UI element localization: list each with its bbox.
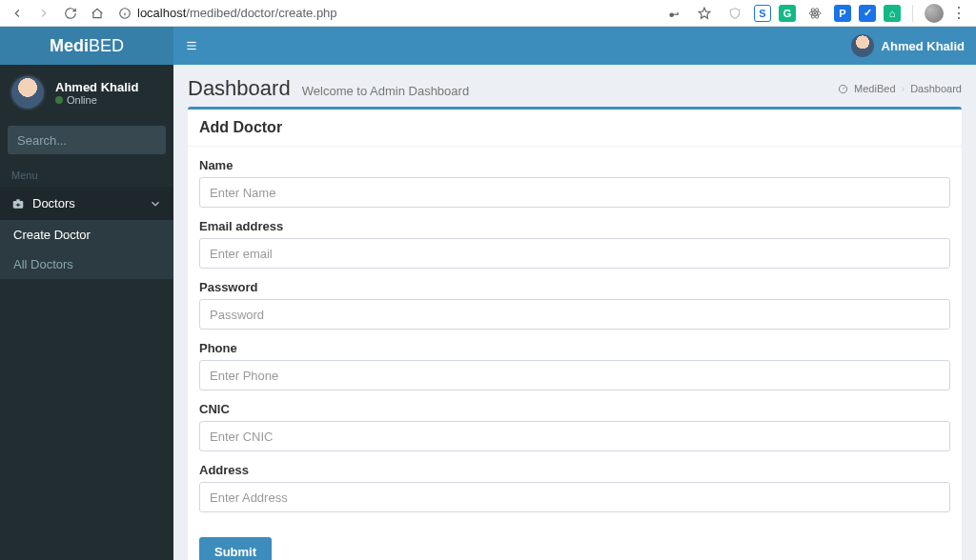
key-icon[interactable] (662, 2, 685, 25)
breadcrumb-leaf: Dashboard (910, 83, 962, 94)
site-info-icon[interactable] (118, 7, 132, 20)
extension-icon-blue[interactable]: S (754, 5, 771, 22)
topbar: Ahmed Khalid (173, 27, 976, 65)
profile-avatar-icon[interactable] (925, 4, 944, 23)
label-cnic: CNIC (199, 402, 950, 416)
page-title: Dashboard Welcome to Admin Dashboard (188, 76, 469, 101)
search-input[interactable] (8, 133, 187, 148)
label-phone: Phone (199, 341, 950, 355)
chrome-menu-button[interactable]: ⋮ (951, 4, 966, 22)
chrome-divider (912, 5, 913, 22)
input-name[interactable] (199, 177, 950, 208)
brand-logo[interactable]: MediBED (0, 27, 173, 65)
extension-react-icon[interactable] (803, 2, 826, 25)
extension-grammarly-icon[interactable]: G (779, 5, 796, 22)
chevron-down-icon (149, 197, 162, 210)
url-host: localhost (137, 6, 186, 20)
input-address[interactable] (199, 482, 950, 512)
svg-rect-5 (678, 11, 679, 14)
sidebar-user-panel: Ahmed Khalid Online (0, 65, 173, 120)
sidebar-item-doctors[interactable]: Doctors (0, 187, 173, 220)
extension-chat-icon[interactable]: ⌂ (884, 5, 901, 22)
svg-point-10 (814, 12, 816, 14)
box-title: Add Doctor (199, 119, 950, 136)
browser-toolbar: localhost/medibed/doctor/create.php S G … (0, 0, 976, 27)
svg-rect-16 (16, 204, 21, 205)
label-address: Address (199, 463, 950, 477)
topbar-user-menu[interactable]: Ahmed Khalid (851, 34, 965, 57)
topbar-user-name: Ahmed Khalid (882, 39, 965, 53)
sidebar-item-label: Doctors (32, 196, 141, 210)
avatar (10, 74, 46, 110)
svg-marker-6 (699, 8, 710, 18)
bookmark-star-icon[interactable] (693, 2, 716, 25)
sidebar-search (8, 126, 166, 154)
nav-reload-button[interactable] (59, 2, 82, 25)
brand-light: BED (89, 36, 124, 56)
medkit-icon (11, 197, 25, 210)
sidebar: MediBED Ahmed Khalid Online Menu (0, 27, 173, 560)
input-password[interactable] (199, 299, 950, 330)
page-subtitle: Welcome to Admin Dashboard (302, 84, 469, 98)
breadcrumb: MediBed › Dashboard (838, 83, 962, 94)
nav-home-button[interactable] (86, 2, 109, 25)
dashboard-icon (838, 84, 848, 94)
hamburger-icon[interactable] (185, 39, 198, 52)
address-bar[interactable]: localhost/medibed/doctor/create.php (112, 3, 659, 24)
extension-check-icon[interactable]: ✓ (859, 5, 876, 22)
input-phone[interactable] (199, 360, 950, 390)
submit-button[interactable]: Submit (199, 537, 272, 560)
sidebar-user-status: Online (55, 94, 138, 106)
input-cnic[interactable] (199, 421, 950, 451)
breadcrumb-separator: › (902, 83, 905, 94)
sidebar-submenu-doctors: Create Doctor All Doctors (0, 220, 173, 279)
label-password: Password (199, 280, 950, 294)
label-name: Name (199, 158, 950, 172)
extension-shield-icon[interactable] (723, 2, 746, 25)
input-email[interactable] (199, 238, 950, 269)
online-status-dot-icon (55, 96, 63, 104)
sidebar-menu-header: Menu (0, 164, 173, 187)
content-header: Dashboard Welcome to Admin Dashboard Med… (173, 65, 976, 107)
avatar (851, 34, 874, 57)
nav-back-button[interactable] (6, 2, 29, 25)
brand-bold: Medi (50, 36, 89, 56)
sidebar-subitem-all-doctors[interactable]: All Doctors (0, 250, 173, 279)
nav-forward-button[interactable] (32, 2, 55, 25)
svg-rect-14 (16, 199, 20, 201)
label-email: Email address (199, 219, 950, 233)
url-path: /medibed/doctor/create.php (186, 6, 336, 20)
form-panel-add-doctor: Add Doctor Name Email address Password (188, 107, 962, 560)
breadcrumb-root[interactable]: MediBed (854, 83, 895, 94)
extension-px-icon[interactable]: P (834, 5, 851, 22)
sidebar-user-name: Ahmed Khalid (55, 80, 138, 94)
sidebar-subitem-create-doctor[interactable]: Create Doctor (0, 220, 173, 250)
